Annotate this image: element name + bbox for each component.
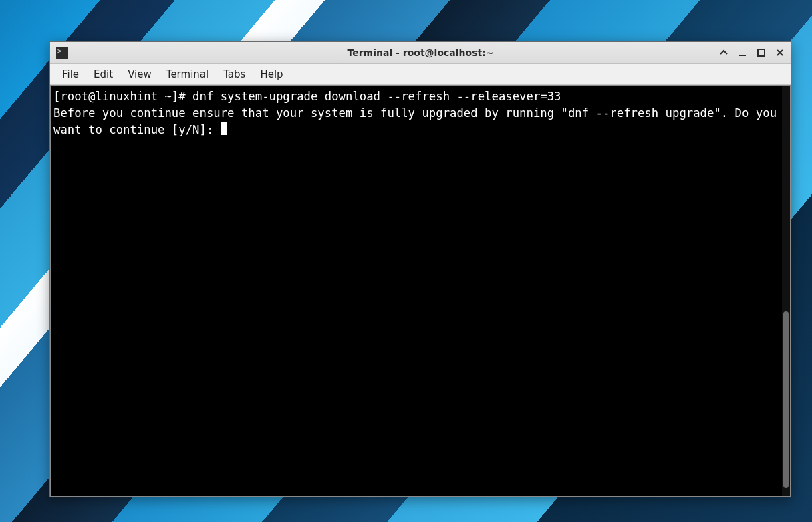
menu-tabs[interactable]: Tabs <box>217 66 252 83</box>
menu-edit[interactable]: Edit <box>87 66 120 83</box>
maximize-button[interactable] <box>756 47 767 58</box>
terminal-area: [root@linuxhint ~]# dnf system-upgrade d… <box>50 85 791 497</box>
shell-prompt: [root@linuxhint ~]# <box>53 90 192 103</box>
terminal-app-icon <box>56 47 68 59</box>
close-button[interactable] <box>775 47 785 58</box>
command-output: Before you continue ensure that your sys… <box>53 106 782 136</box>
scrollbar[interactable] <box>782 86 790 496</box>
menu-view[interactable]: View <box>121 66 158 83</box>
svg-rect-0 <box>739 55 746 56</box>
text-cursor <box>221 122 227 135</box>
window-titlebar[interactable]: Terminal - root@localhost:~ <box>50 42 791 64</box>
window-controls <box>718 47 791 58</box>
terminal-output[interactable]: [root@linuxhint ~]# dnf system-upgrade d… <box>51 86 782 496</box>
desktop-wallpaper: Terminal - root@localhost:~ File Edit Vi… <box>0 0 812 522</box>
terminal-window: Terminal - root@localhost:~ File Edit Vi… <box>49 41 791 497</box>
scrollbar-thumb[interactable] <box>783 311 789 488</box>
menu-bar: File Edit View Terminal Tabs Help <box>50 64 791 85</box>
minimize-button[interactable] <box>737 47 748 58</box>
rollup-button[interactable] <box>718 47 729 58</box>
menu-file[interactable]: File <box>55 66 86 83</box>
window-title: Terminal - root@localhost:~ <box>50 47 791 58</box>
svg-rect-1 <box>758 49 765 56</box>
shell-command: dnf system-upgrade download --refresh --… <box>192 90 561 103</box>
menu-help[interactable]: Help <box>253 66 289 83</box>
menu-terminal[interactable]: Terminal <box>160 66 215 83</box>
